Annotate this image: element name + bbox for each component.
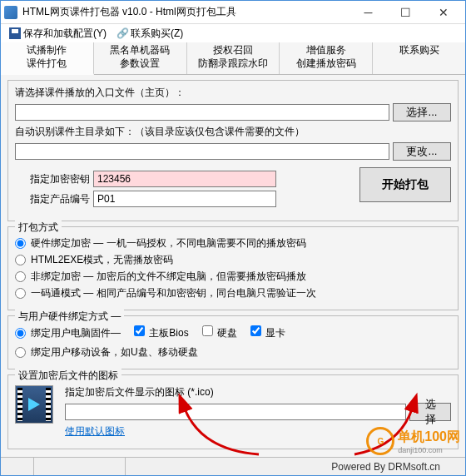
menubar: 保存和加载配置(Y) 联系购买(Z) — [1, 24, 465, 42]
pack-mode-radio-2[interactable] — [15, 271, 26, 282]
pack-mode-label-1: HTML2EXE模式，无需播放密码 — [31, 253, 173, 267]
product-label: 指定产品编号 — [15, 192, 90, 206]
product-id-input[interactable] — [93, 191, 276, 207]
close-button[interactable]: ✕ — [424, 1, 462, 24]
entry-label: 请选择课件播放的入口文件（主页）： — [15, 86, 451, 100]
icon-select-button[interactable]: 选择 — [409, 403, 451, 421]
entry-select-button[interactable]: 选择... — [393, 103, 451, 121]
menu-contact[interactable]: 联系购买(Z) — [113, 27, 186, 41]
hw-bind-radio-1[interactable] — [15, 347, 26, 358]
tab-3[interactable]: 增值服务创建播放密码 — [280, 42, 373, 74]
entry-file-input[interactable] — [15, 104, 389, 121]
pack-mode-group: 打包方式 硬件绑定加密 — 一机一码授权，不同电脑需要不同的播放密码 HTML2… — [7, 226, 459, 310]
encryption-key-input[interactable] — [93, 171, 276, 187]
watermark-logo: G — [366, 427, 394, 455]
hw-bind-group: 与用户硬件绑定方式 — 绑定用户电脑固件— 主板Bios 硬盘 显卡 绑定用户移… — [7, 315, 459, 369]
content-area: 请选择课件播放的入口文件（主页）： 选择... 自动识别课件主目录如下：（该目录… — [1, 75, 465, 459]
minimize-button[interactable]: ─ — [350, 1, 387, 24]
entry-group: 请选择课件播放的入口文件（主页）： 选择... 自动识别课件主目录如下：（该目录… — [7, 80, 459, 221]
auto-dir-label: 自动识别课件主目录如下：（该目录应该仅包含课件需要的文件） — [15, 125, 451, 139]
check-bios-box[interactable] — [134, 325, 145, 336]
app-icon — [4, 6, 17, 19]
icon-path-label: 指定加密后文件显示的图标 (*.ico) — [65, 385, 451, 399]
menu-contact-label: 联系购买(Z) — [131, 27, 183, 41]
check-gpu-box[interactable] — [250, 325, 261, 336]
link-icon — [116, 27, 128, 39]
tab-1[interactable]: 黑名单机器码参数设置 — [94, 42, 187, 74]
check-gpu[interactable]: 显卡 — [250, 325, 285, 340]
hw-bind-label-1: 绑定用户移动设备，如U盘、移动硬盘 — [31, 345, 198, 359]
pack-mode-radio-1[interactable] — [15, 255, 26, 265]
tab-4[interactable]: 联系购买 — [373, 42, 465, 74]
pack-mode-label-3: 一码通模式 — 相同产品编号和加密密钥，同台电脑只需验证一次 — [31, 286, 316, 300]
watermark-url: danji100.com — [398, 446, 460, 454]
tab-bar: 试播制作课件打包 黑名单机器码参数设置 授权召回防翻录跟踪水印 增值服务创建播放… — [1, 42, 465, 75]
play-icon — [28, 398, 40, 411]
powered-by: Powered By DRMsoft.cn — [331, 461, 465, 473]
start-pack-button[interactable]: 开始打包 — [359, 167, 451, 202]
key-label: 指定加密密钥 — [15, 172, 90, 186]
tab-2[interactable]: 授权召回防翻录跟踪水印 — [187, 42, 280, 74]
auto-dir-input[interactable] — [15, 143, 389, 160]
titlebar: HTML网页课件打包器 v10.0 - Html网页打包工具 ─ ☐ ✕ — [1, 1, 465, 24]
pack-mode-radio-0[interactable] — [15, 238, 26, 249]
check-bios[interactable]: 主板Bios — [134, 325, 189, 340]
pack-mode-label-0: 硬件绑定加密 — 一机一码授权，不同电脑需要不同的播放密码 — [31, 236, 306, 250]
menu-save-load-label: 保存和加载配置(Y) — [23, 27, 107, 41]
auto-dir-change-button[interactable]: 更改... — [393, 142, 451, 161]
hw-bind-legend: 与用户硬件绑定方式 — — [15, 310, 124, 324]
icon-set-legend: 设置加密后文件的图标 — [15, 369, 121, 383]
hw-bind-label-0: 绑定用户电脑固件— — [31, 326, 121, 340]
use-default-icon-link[interactable]: 使用默认图标 — [65, 425, 125, 437]
pack-mode-legend: 打包方式 — [15, 221, 62, 235]
window-title: HTML网页课件打包器 v10.0 - Html网页打包工具 — [22, 5, 350, 19]
menu-save-load[interactable]: 保存和加载配置(Y) — [6, 27, 110, 41]
maximize-button[interactable]: ☐ — [387, 1, 424, 24]
save-icon — [9, 27, 21, 39]
status-bar: Powered By DRMsoft.cn — [1, 457, 465, 475]
check-hdd[interactable]: 硬盘 — [202, 325, 237, 340]
watermark-brand: 单机100网 — [398, 429, 460, 446]
pack-mode-label-2: 非绑定加密 — 加密后的文件不绑定电脑，但需要播放密码播放 — [31, 270, 306, 284]
tab-0[interactable]: 试播制作课件打包 — [1, 42, 94, 75]
icon-preview — [15, 385, 53, 424]
check-hdd-box[interactable] — [202, 325, 213, 336]
watermark: G 单机100网 danji100.com — [366, 427, 460, 455]
pack-mode-radio-3[interactable] — [15, 288, 26, 299]
icon-path-input[interactable] — [65, 404, 406, 420]
hw-bind-radio-0[interactable] — [15, 328, 26, 339]
